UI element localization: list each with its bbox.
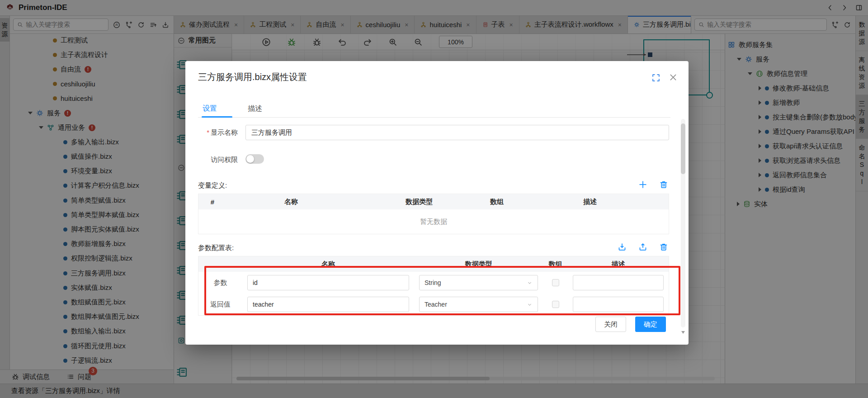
tab-divider	[198, 117, 670, 118]
access-permission-label: 访问权限	[189, 156, 238, 164]
fullscreen-icon[interactable]	[651, 73, 660, 82]
dialog-tabs: 设置描述	[203, 104, 262, 114]
delete-variable-button[interactable]	[659, 180, 668, 190]
scroll-down-icon[interactable]	[681, 331, 685, 334]
ok-button[interactable]: 确定	[635, 317, 666, 332]
add-variable-button[interactable]	[638, 180, 647, 190]
close-button[interactable]: 关闭	[595, 317, 626, 332]
display-name-input[interactable]: 三方服务调用	[245, 125, 669, 140]
column-header: 数组	[482, 198, 511, 206]
column-header: #	[198, 198, 226, 206]
import-param-button[interactable]	[618, 242, 627, 253]
scrollbar-thumb[interactable]	[681, 123, 685, 174]
annotation-highlight-rect	[204, 266, 680, 315]
import-icon	[618, 242, 627, 251]
display-name-label: *显示名称	[189, 128, 238, 137]
dialog-tab-1[interactable]: 描述	[248, 104, 262, 114]
dialog-tab-0[interactable]: 设置	[203, 104, 217, 114]
add-icon	[638, 180, 647, 189]
close-icon[interactable]	[669, 73, 678, 82]
variables-section-label: 变量定义:	[198, 181, 227, 190]
dialog-title: 三方服务调用.bizx属性设置	[198, 71, 307, 83]
delete-param-button[interactable]	[659, 242, 668, 253]
access-permission-toggle[interactable]	[245, 154, 264, 164]
active-tab-underline	[202, 116, 232, 118]
export-param-button[interactable]	[638, 242, 647, 253]
export-icon	[638, 242, 647, 251]
column-header: 名称	[226, 198, 356, 206]
variables-table: #名称数据类型数组描述 暂无数据	[198, 194, 669, 234]
column-header: 数据类型	[356, 198, 482, 206]
column-header: 描述	[511, 198, 669, 206]
delete-icon	[659, 242, 668, 251]
dialog-scrollbar[interactable]	[681, 119, 685, 327]
delete-icon	[659, 180, 668, 189]
empty-data-text: 暂无数据	[198, 209, 669, 234]
primeton-ide-window: Primeton-IDE 资 源 输入关键字搜索 AI 工程测试主子表流程设计自…	[0, 0, 868, 398]
required-asterisk: *	[207, 128, 209, 136]
toggle-knob	[246, 155, 254, 163]
params-section-label: 参数配置表:	[198, 244, 234, 252]
